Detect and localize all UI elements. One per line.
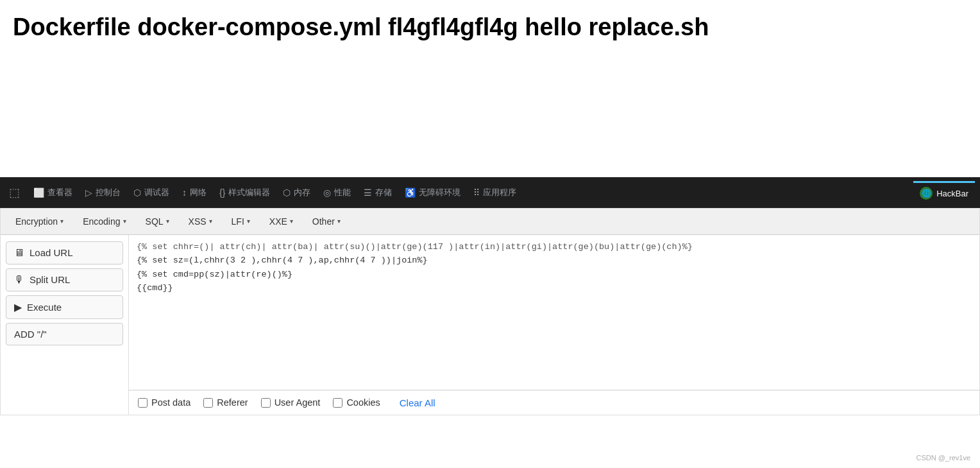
devtools-debugger[interactable]: ⬡ 调试器 [128,183,174,202]
user-agent-input[interactable] [261,398,271,408]
xss-arrow: ▾ [209,218,212,225]
devtools-memory[interactable]: ⬡ 内存 [278,183,316,202]
hackbar-panel: Encryption ▾ Encoding ▾ SQL ▾ XSS ▾ LFI … [0,208,980,415]
hackbar-label: HackBar [936,189,968,198]
menu-xxe[interactable]: XXE ▾ [261,212,301,230]
menu-other[interactable]: Other ▾ [304,212,349,230]
hackbar-tab[interactable]: 🌐 HackBar [913,181,975,204]
code-editor[interactable]: {% set chhr=()| attr(ch)| attr(ba)| attr… [129,235,979,390]
other-label: Other [312,216,335,227]
devtools-toolbar: ⬚ ⬜ 查看器 ▷ 控制台 ⬡ 调试器 ↕ 网络 {} 样式编辑器 ⬡ 内存 ◎… [0,177,980,208]
hackbar-menu: Encryption ▾ Encoding ▾ SQL ▾ XSS ▾ LFI … [1,209,979,235]
code-line-1: {% set sz=(l,chhr(3 2 ),chhr(4 7 ),ap,ch… [137,254,972,268]
add-slash-label: ADD "/" [14,329,47,340]
console-icon: ▷ [85,187,92,198]
debugger-label: 调试器 [144,187,169,198]
referer-input[interactable] [203,398,213,408]
accessibility-label: 无障碍环境 [419,187,460,198]
load-url-label: Load URL [30,247,73,258]
style-icon: {} [219,187,225,198]
page-title: Dockerfile docker-compose.yml fl4gfl4gfl… [13,13,967,42]
storage-label: 存储 [375,187,392,198]
devtools-style-editor[interactable]: {} 样式编辑器 [214,183,275,202]
lfi-label: LFI [232,216,244,227]
style-label: 样式编辑器 [228,187,270,198]
execute-button[interactable]: ▶ Execute [6,295,123,319]
viewer-label: 查看器 [47,187,72,198]
split-url-icon: 🎙 [14,274,24,286]
console-label: 控制台 [96,187,121,198]
menu-encoding[interactable]: Encoding ▾ [74,212,134,230]
xxe-label: XXE [269,216,287,227]
encoding-arrow: ▾ [123,218,126,225]
user-agent-label: User Agent [275,397,321,408]
devtools-application[interactable]: ⠿ 应用程序 [468,183,521,202]
devtools-performance[interactable]: ◎ 性能 [318,183,356,202]
lfi-arrow: ▾ [247,218,250,225]
devtools-network[interactable]: ↕ 网络 [177,183,212,202]
code-line-2: {% set cmd=pp(sz)|attr(re)()%} [137,268,972,282]
menu-xss[interactable]: XSS ▾ [180,212,221,230]
devtools-viewer[interactable]: ⬜ 查看器 [28,183,78,202]
performance-label: 性能 [334,187,351,198]
xxe-arrow: ▾ [290,218,293,225]
sql-arrow: ▾ [166,218,169,225]
code-line-0: {% set chhr=()| attr(ch)| attr(ba)| attr… [137,240,972,254]
referer-checkbox[interactable]: Referer [203,397,248,408]
encoding-label: Encoding [83,216,120,227]
hackbar-bottom-bar: Post data Referer User Agent Cookies Cle… [129,390,979,415]
xss-label: XSS [189,216,207,227]
post-data-input[interactable] [138,398,148,408]
encryption-label: Encryption [15,216,58,227]
menu-sql[interactable]: SQL ▾ [137,212,178,230]
devtools-logo: ⬚ [5,184,23,202]
devtools-console[interactable]: ▷ 控制台 [80,183,126,202]
post-data-label: Post data [151,397,190,408]
split-url-label: Split URL [30,274,70,285]
cookies-label: Cookies [346,397,380,408]
cookies-checkbox[interactable]: Cookies [333,397,380,408]
hackbar-sidebar: 🖥 Load URL 🎙 Split URL ▶ Execute ADD "/" [1,235,129,415]
encryption-arrow: ▾ [60,218,63,225]
code-line-3: {{cmd}} [137,281,972,295]
memory-icon: ⬡ [283,187,291,198]
watermark: CSDN @_rev1ve [916,454,970,462]
devtools-storage[interactable]: ☰ 存储 [359,183,397,202]
menu-encryption[interactable]: Encryption ▾ [7,212,72,230]
devtools-accessibility[interactable]: ♿ 无障碍环境 [400,183,466,202]
memory-label: 内存 [294,187,310,198]
split-url-button[interactable]: 🎙 Split URL [6,268,123,291]
referer-label: Referer [217,397,248,408]
load-url-icon: 🖥 [14,247,24,259]
hackbar-icon: 🌐 [920,187,933,200]
network-icon: ↕ [182,187,187,198]
user-agent-checkbox[interactable]: User Agent [261,397,321,408]
sql-label: SQL [146,216,164,227]
hackbar-main: 🖥 Load URL 🎙 Split URL ▶ Execute ADD "/"… [1,235,979,415]
add-slash-button[interactable]: ADD "/" [6,323,123,345]
performance-icon: ◎ [323,187,331,198]
hackbar-content: {% set chhr=()| attr(ch)| attr(ba)| attr… [129,235,979,415]
cookies-input[interactable] [333,398,342,408]
other-arrow: ▾ [337,218,341,225]
application-label: 应用程序 [483,187,516,198]
menu-lfi[interactable]: LFI ▾ [223,212,258,230]
storage-icon: ☰ [364,187,372,198]
load-url-button[interactable]: 🖥 Load URL [6,241,123,264]
network-label: 网络 [190,187,207,198]
execute-label: Execute [27,302,62,313]
execute-icon: ▶ [14,301,22,313]
title-area: Dockerfile docker-compose.yml fl4gfl4gfl… [0,0,980,49]
viewer-icon: ⬜ [33,187,44,198]
debugger-icon: ⬡ [133,187,141,198]
accessibility-icon: ♿ [405,187,416,198]
clear-all-button[interactable]: Clear All [400,397,435,408]
post-data-checkbox[interactable]: Post data [138,397,190,408]
application-icon: ⠿ [473,187,480,198]
